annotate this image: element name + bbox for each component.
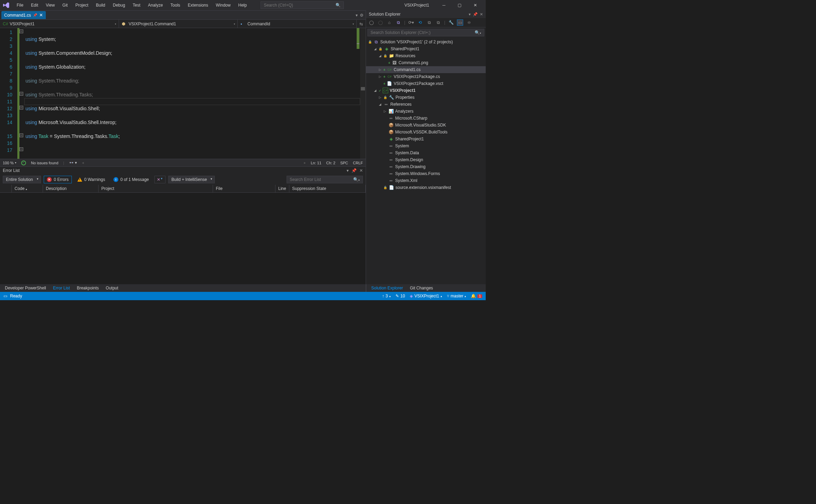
code-content[interactable]: using System; using System.ComponentMode… [24, 28, 366, 159]
output-icon[interactable]: ▭ [3, 294, 7, 298]
close-icon[interactable]: ✕ [480, 12, 483, 17]
col-file[interactable]: File [213, 185, 275, 192]
tab-output[interactable]: Output [102, 285, 122, 291]
back-icon[interactable]: ◯ [368, 19, 374, 26]
chevron-down-icon[interactable]: ▾ [469, 12, 471, 17]
collapse-all-icon[interactable]: ⧉ [426, 19, 432, 26]
pending-changes-icon[interactable]: ⟳▾ [408, 19, 414, 26]
tree-ref-shared[interactable]: ◈SharedProject1 [366, 136, 486, 142]
gear-icon[interactable]: ⚙ [360, 13, 364, 18]
menu-help[interactable]: Help [235, 1, 250, 9]
crumb-member[interactable]: ▪ CommandId [238, 20, 357, 28]
menu-test[interactable]: Test [129, 1, 144, 9]
warnings-filter[interactable]: 0 Warnings [75, 176, 108, 183]
line-ending[interactable]: CRLF [353, 161, 363, 165]
tree-package-cs[interactable]: ▷+C#VSIXProject1Package.cs [366, 73, 486, 80]
crumb-project[interactable]: C# VSIXProject1 [0, 20, 119, 28]
tree-solution[interactable]: 🔒⧉Solution 'VSIXProject1' (2 of 2 projec… [366, 38, 486, 45]
fold-toggle[interactable]: − [19, 29, 23, 33]
glasses-icon[interactable]: 👓 ▾ [69, 160, 77, 165]
properties-icon[interactable]: 🔧 [448, 19, 454, 26]
tree-package-vsct[interactable]: +📄VSIXProject1Package.vsct [366, 80, 486, 87]
menu-file[interactable]: File [13, 1, 27, 9]
tab-dev-powershell[interactable]: Developer PowerShell [1, 285, 50, 291]
pin-icon[interactable]: 📌 [473, 12, 478, 17]
tree-ref-system-winforms[interactable]: ▫▫System.Windows.Forms [366, 170, 486, 177]
home-icon[interactable]: ⌂ [386, 19, 392, 26]
col-icon[interactable] [0, 185, 12, 192]
notifications-button[interactable]: 🔔1 [471, 294, 482, 298]
build-scope-dropdown[interactable]: Build + IntelliSense [168, 176, 215, 183]
global-search-input[interactable] [264, 3, 335, 8]
menu-edit[interactable]: Edit [27, 1, 42, 9]
show-all-icon[interactable]: ⧉ [435, 19, 441, 26]
git-push-indicator[interactable]: ↑3▴ [382, 294, 391, 298]
col-line[interactable]: Line [275, 185, 289, 192]
collapse-icon[interactable]: ◢ [373, 47, 377, 51]
solution-search-input[interactable] [371, 30, 475, 35]
nav-back-icon[interactable]: ◂ [82, 160, 84, 165]
errors-filter[interactable]: ✕ 0 Errors [44, 176, 72, 183]
tab-git-changes[interactable]: Git Changes [406, 285, 436, 291]
chevron-down-icon[interactable]: ▾ [356, 13, 358, 18]
fold-toggle[interactable]: − [19, 133, 23, 137]
crumb-class[interactable]: ⬢ VSIXProject1.Command1 [119, 20, 238, 28]
tree-ref-ms-csharp[interactable]: ▫▫Microsoft.CSharp [366, 115, 486, 122]
menu-window[interactable]: Window [212, 1, 234, 9]
fold-toggle[interactable]: − [19, 106, 23, 110]
expand-icon[interactable]: ▷ [378, 68, 382, 72]
project-selector[interactable]: ◈VSIXProject1▴ [410, 294, 442, 298]
close-icon[interactable]: ✕ [39, 12, 43, 18]
close-button[interactable]: ✕ [467, 0, 483, 10]
tree-properties[interactable]: ▷🔒🔧Properties [366, 94, 486, 101]
tree-command-cs[interactable]: ▷+C#Command1.cs [366, 66, 486, 73]
git-edits-indicator[interactable]: ✎10 [396, 294, 405, 298]
tree-ref-system-design[interactable]: ▫▫System.Design [366, 156, 486, 163]
zoom-control[interactable]: 100 % ▾ [3, 161, 16, 165]
split-editor-button[interactable]: ⇆ [357, 20, 366, 28]
close-icon[interactable]: ✕ [359, 168, 363, 173]
switch-view-icon[interactable]: ⧉ [395, 19, 401, 26]
expand-icon[interactable]: ▷ [383, 109, 387, 113]
col-project[interactable]: Project [99, 185, 213, 192]
messages-filter[interactable]: i 0 of 1 Message [111, 176, 152, 183]
tree-resources[interactable]: ◢🔒📁Resources [366, 52, 486, 59]
menu-tools[interactable]: Tools [167, 1, 184, 9]
col-code[interactable]: Code ▴ [12, 185, 43, 192]
document-tab-command1[interactable]: Command1.cs 📌 ✕ [1, 11, 46, 19]
menu-git[interactable]: Git [59, 1, 71, 9]
global-search[interactable]: 🔍 [261, 1, 344, 9]
tab-error-list[interactable]: Error List [50, 285, 74, 291]
menu-analyze[interactable]: Analyze [145, 1, 167, 9]
tree-vsix-project[interactable]: ◢✓C#VSIXProject1 [366, 87, 486, 94]
nav-fwd-icon[interactable]: ▸ [304, 160, 306, 165]
branch-selector[interactable]: ⑂master▴ [447, 294, 466, 298]
tree-ref-system-xml[interactable]: ▫▫System.Xml [366, 177, 486, 184]
menu-extensions[interactable]: Extensions [184, 1, 212, 9]
scrollbar-vertical[interactable] [360, 28, 366, 159]
col-suppression[interactable]: Suppression State [289, 185, 366, 192]
tree-shared-project[interactable]: ◢🔒◈SharedProject1 [366, 45, 486, 52]
col-description[interactable]: Description [43, 185, 99, 192]
tree-analyzers[interactable]: ▷📊Analyzers [366, 108, 486, 115]
collapse-icon[interactable]: ◢ [378, 102, 382, 106]
pin-icon[interactable]: 📌 [33, 13, 37, 17]
tab-solution-explorer[interactable]: Solution Explorer [368, 285, 406, 291]
expand-icon[interactable]: ▷ [378, 75, 382, 79]
clear-filter-button[interactable]: ✕▼ [154, 176, 165, 183]
solution-search[interactable]: 🔍▾ [367, 29, 484, 36]
tree-ref-ms-vs-sdk[interactable]: 📦Microsoft.VisualStudio.SDK [366, 122, 486, 129]
error-search[interactable]: 🔍▾ [287, 176, 363, 183]
fold-toggle[interactable]: − [19, 92, 23, 96]
chevron-down-icon[interactable]: ▾ [347, 168, 349, 173]
collapse-icon[interactable]: ◢ [373, 88, 377, 93]
menu-project[interactable]: Project [72, 1, 92, 9]
tree-manifest[interactable]: 🔒📄source.extension.vsixmanifest [366, 184, 486, 191]
menu-view[interactable]: View [42, 1, 58, 9]
scope-dropdown[interactable]: Entire Solution [3, 176, 41, 183]
tab-breakpoints[interactable]: Breakpoints [73, 285, 102, 291]
pin-icon[interactable]: 📌 [351, 168, 357, 173]
collapse-icon[interactable]: ◢ [378, 54, 382, 58]
tree-references[interactable]: ◢▫▫References [366, 101, 486, 108]
code-editor[interactable]: 123 456 789 101112 1314 151617 − − − − −… [0, 28, 366, 159]
